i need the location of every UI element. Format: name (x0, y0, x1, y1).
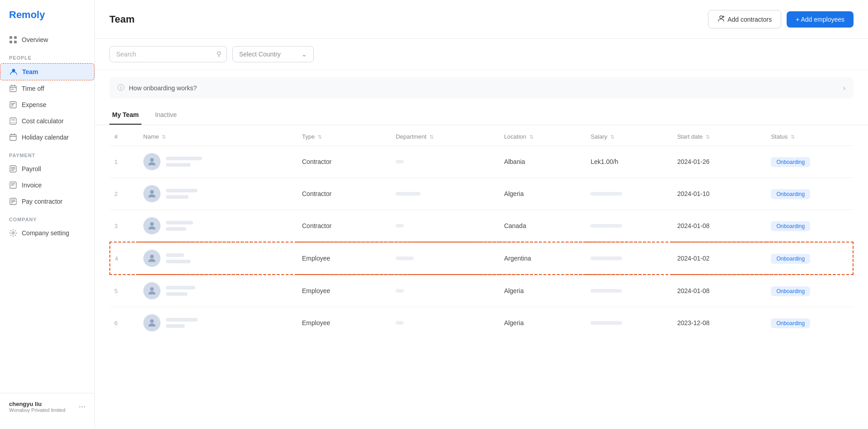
sidebar-item-invoice[interactable]: Invoice (0, 177, 94, 193)
avatar (143, 314, 160, 331)
highlighted-table-row[interactable]: 4 Employee (110, 242, 853, 275)
tab-inactive[interactable]: Inactive (152, 106, 179, 125)
status-badge: Onboarding (771, 157, 810, 167)
name-lines (166, 253, 191, 263)
svg-rect-7 (10, 118, 16, 124)
col-header-location[interactable]: Location ⇅ (500, 125, 586, 146)
app-logo: Remoly (0, 9, 94, 32)
sidebar-item-overview[interactable]: Overview (0, 32, 94, 48)
avatar (143, 153, 160, 170)
col-header-dept[interactable]: Department ⇅ (391, 125, 499, 146)
search-icon: ⚲ (217, 50, 222, 58)
sidebar-footer: chengyu liu Wonabuy Privated limited ··· (0, 393, 94, 420)
name-lines (166, 286, 195, 296)
name-line-1 (166, 253, 184, 257)
user-company: Wonabuy Privated limited (9, 407, 66, 413)
table-row[interactable]: 6 Employee (110, 307, 853, 339)
svg-point-14 (150, 158, 154, 162)
table-row[interactable]: 1 Contractor (110, 146, 853, 178)
col-header-salary[interactable]: Salary ⇅ (586, 125, 673, 146)
col-header-name[interactable]: Name ⇅ (139, 125, 297, 146)
row-number: 4 (110, 242, 139, 275)
name-cell (139, 307, 297, 339)
name-line-2 (166, 260, 191, 263)
name-line-2 (166, 292, 188, 296)
dept-cell (391, 275, 499, 307)
salary-cell (586, 178, 673, 210)
salary-cell (586, 210, 673, 242)
col-header-startdate[interactable]: Start date ⇅ (673, 125, 766, 146)
sidebar-item-paycontractor[interactable]: Pay contractor (0, 193, 94, 210)
name-cell (139, 210, 297, 242)
user-menu-button[interactable]: ··· (79, 402, 85, 411)
name-line-2 (166, 195, 189, 199)
location-cell: Argentina (500, 242, 586, 275)
sidebar-item-companysetting[interactable]: Company setting (0, 225, 94, 241)
type-cell: Employee (297, 242, 391, 275)
startdate-cell: 2024-01-26 (673, 146, 766, 178)
location-cell: Canada (500, 210, 586, 242)
search-input[interactable] (109, 46, 227, 62)
country-select[interactable]: Select Country ⌄ (232, 46, 314, 62)
avatar (143, 217, 160, 234)
holiday-calendar-icon (9, 133, 17, 141)
onboarding-banner[interactable]: ⓘ How onboarding works? › (109, 77, 854, 98)
table-row[interactable]: 2 Contractor (110, 178, 853, 210)
svg-point-15 (150, 190, 154, 194)
name-cell (139, 178, 297, 210)
sidebar-item-payroll-label: Payroll (22, 165, 41, 173)
salary-cell: Lek1.00/h (586, 146, 673, 178)
sidebar-item-team-label: Team (22, 68, 38, 75)
user-name: chengyu liu (9, 401, 66, 407)
sidebar-item-timeoff[interactable]: Time off (0, 80, 94, 97)
col-header-status[interactable]: Status ⇅ (766, 125, 853, 146)
name-lines (166, 157, 202, 167)
onboarding-banner-content: ⓘ How onboarding works? (118, 84, 197, 92)
add-contractors-button[interactable]: Add contractors (708, 10, 781, 28)
status-badge: Onboarding (771, 254, 810, 264)
sidebar-item-paycontractor-label: Pay contractor (22, 198, 62, 205)
startdate-cell: 2024-01-10 (673, 178, 766, 210)
status-cell: Onboarding (766, 178, 853, 210)
company-setting-icon (9, 229, 17, 237)
row-number: 2 (110, 178, 139, 210)
sidebar-item-holiday-label: Holiday calendar (22, 134, 69, 141)
add-employees-label: + Add employees (796, 16, 844, 23)
page-title: Team (109, 14, 135, 25)
sidebar-item-team[interactable]: Team (0, 63, 94, 80)
sidebar-item-timeoff-label: Time off (22, 85, 44, 92)
svg-point-13 (720, 16, 722, 19)
table-row[interactable]: 3 Contractor (110, 210, 853, 242)
add-employees-button[interactable]: + Add employees (787, 11, 854, 28)
table-row[interactable]: 5 Employee (110, 275, 853, 307)
dept-cell (391, 307, 499, 339)
name-line-1 (166, 189, 198, 192)
cost-calculator-icon (9, 117, 17, 125)
dept-cell (391, 178, 499, 210)
overview-icon (9, 36, 17, 44)
sidebar-item-costcalculator-label: Cost calculator (22, 117, 64, 125)
row-number: 3 (110, 210, 139, 242)
sidebar-item-costcalculator[interactable]: Cost calculator (0, 113, 94, 129)
name-cell (139, 146, 297, 178)
col-header-type[interactable]: Type ⇅ (297, 125, 391, 146)
pay-contractor-icon (9, 197, 17, 205)
startdate-cell: 2024-01-08 (673, 275, 766, 307)
svg-rect-8 (10, 135, 16, 140)
contractor-icon (717, 15, 725, 23)
section-label-payment: PAYMENT (0, 145, 94, 161)
status-badge: Onboarding (771, 318, 810, 328)
invoice-icon (9, 181, 17, 189)
name-line-1 (166, 286, 195, 289)
name-line-2 (166, 163, 191, 167)
sidebar-item-payroll[interactable]: Payroll (0, 161, 94, 177)
country-select-label: Select Country (239, 51, 281, 58)
top-header: Team Add contractors + Add employees (95, 0, 868, 39)
sidebar-item-holiday[interactable]: Holiday calendar (0, 129, 94, 145)
salary-cell (586, 242, 673, 275)
sidebar-item-expense[interactable]: Expense (0, 97, 94, 113)
tab-myteam[interactable]: My Team (109, 106, 142, 125)
section-label-company: COMPANY (0, 210, 94, 225)
sidebar-item-invoice-label: Invoice (22, 182, 42, 189)
dept-cell (391, 210, 499, 242)
